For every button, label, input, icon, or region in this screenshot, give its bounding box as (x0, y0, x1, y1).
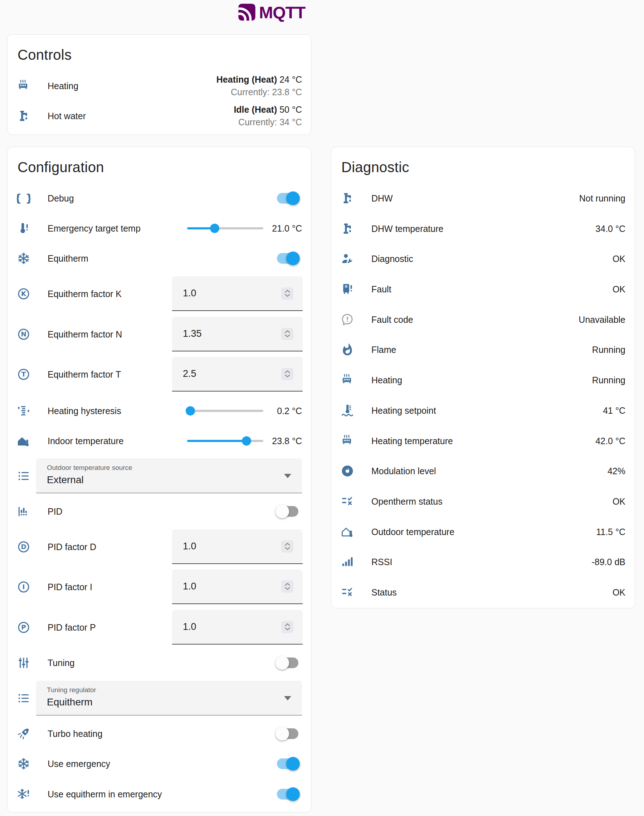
tune-vertical-icon (17, 656, 31, 670)
diag-row-dhw-temperature[interactable]: DHW temperature 34.0 °C (331, 215, 635, 243)
equitherm-factor-n-input[interactable] (183, 317, 272, 351)
equitherm-factor-k-input[interactable] (183, 276, 272, 310)
row-label: Heating temperature (371, 436, 453, 446)
number-stepper[interactable] (281, 580, 293, 593)
diag-row-dhw[interactable]: DHW Not running (331, 184, 635, 213)
row-value: OK (612, 284, 626, 294)
config-row-debug: Debug (8, 184, 311, 213)
config-row-equitherm-factor-t: Equitherm factor T (8, 357, 311, 391)
use-emergency-toggle[interactable] (277, 758, 298, 769)
list-status-icon (340, 586, 354, 599)
row-label: Outdoor temperature (371, 527, 454, 537)
equitherm-factor-n-input-box (172, 317, 303, 351)
row-label: Tuning (48, 658, 75, 668)
control-label: Hot water (48, 111, 86, 121)
pid-toggle[interactable] (277, 506, 298, 517)
config-row-pid-factor-d: PID factor D (8, 529, 311, 564)
row-value: Unavailable (578, 314, 626, 325)
row-label: Equitherm factor T (48, 369, 121, 379)
diag-row-modulation-level[interactable]: Modulation level 42% (331, 457, 635, 485)
configuration-title: Configuration (17, 159, 104, 175)
equitherm-factor-t-input[interactable] (183, 357, 272, 391)
config-row-emergency-target-temp: Emergency target temp 21.0 °C (8, 214, 311, 243)
fire-circle-icon (340, 464, 354, 478)
slider-thumb[interactable] (186, 406, 195, 416)
diag-row-rssi[interactable]: RSSI -89.0 dB (331, 548, 635, 576)
row-value: -89.0 dB (592, 557, 626, 567)
row-label: Flame (371, 345, 396, 355)
signal-icon (340, 555, 354, 569)
mqtt-logo-icon (238, 3, 256, 21)
heating-hysteresis-slider[interactable] (187, 406, 263, 416)
thermometer-alert-icon (17, 222, 31, 235)
row-label: Equitherm factor N (48, 329, 122, 339)
number-stepper[interactable] (281, 368, 293, 380)
debug-toggle[interactable] (277, 193, 298, 204)
diag-row-heating-temperature[interactable]: Heating temperature 42.0 °C (331, 426, 635, 455)
diag-row-heating[interactable]: Heating Running (331, 366, 635, 394)
row-value: OK (612, 496, 626, 507)
state-target-temp: 24 °C (279, 74, 302, 84)
diag-row-opentherm-status[interactable]: Opentherm status OK (331, 487, 635, 516)
equitherm-toggle[interactable] (277, 253, 298, 264)
row-label: PID factor D (48, 541, 96, 552)
home-thermometer-icon (17, 434, 31, 448)
config-row-indoor-temperature: Indoor temperature 23.8 °C (8, 426, 311, 455)
row-value: OK (612, 254, 626, 264)
diag-row-status[interactable]: Status OK (331, 578, 635, 607)
message-alert-icon (340, 313, 354, 327)
sun-snowflake-icon (17, 757, 31, 770)
emergency-target-temp-slider[interactable] (187, 224, 263, 233)
tuning-regulator-select[interactable]: Tuning regulator Equitherm (36, 681, 302, 715)
tuning-toggle[interactable] (277, 658, 298, 668)
row-value: Running (592, 375, 626, 385)
radiator-icon (340, 373, 354, 387)
config-row-equitherm-factor-n: Equitherm factor N (8, 317, 311, 351)
state-name: Heating (Heat) (216, 74, 277, 84)
indoor-temperature-slider[interactable] (187, 436, 263, 446)
number-stepper[interactable] (281, 328, 293, 340)
slider-thumb[interactable] (210, 224, 219, 233)
select-label: Tuning regulator (47, 686, 96, 694)
chart-histogram-icon (17, 505, 31, 518)
rocket-icon (17, 727, 31, 741)
row-label: PID (48, 506, 63, 517)
use-equitherm-in-emergency-toggle[interactable] (277, 789, 298, 799)
config-row-outdoor-temperature-source: Outdoor temperature source External (8, 459, 311, 493)
diag-row-diagnostic[interactable]: Diagnostic OK (331, 244, 635, 273)
diag-row-fault-code[interactable]: Fault code Unavailable (331, 305, 635, 334)
turbo-heating-toggle[interactable] (277, 728, 298, 739)
row-value: 42.0 °C (595, 436, 626, 446)
row-value: Running (592, 345, 626, 355)
control-row-heating[interactable]: Heating Heating (Heat) 24 °C Currently: … (8, 72, 311, 100)
row-label: Use emergency (48, 759, 110, 769)
control-row-hot-water[interactable]: Hot water Idle (Heat) 50 °C Currently: 3… (8, 102, 311, 130)
mqtt-logo: MQTT (238, 2, 305, 22)
diag-row-flame[interactable]: Flame Running (331, 335, 635, 364)
state-current-temp: Currently: 23.8 °C (216, 86, 302, 98)
select-label: Outdoor temperature source (47, 464, 132, 472)
row-label: Status (371, 587, 397, 598)
number-stepper[interactable] (281, 540, 293, 552)
number-stepper[interactable] (281, 287, 293, 299)
diag-row-outdoor-temperature[interactable]: Outdoor temperature 11.5 °C (331, 517, 635, 546)
pid-factor-p-input[interactable] (183, 610, 272, 644)
controls-title: Controls (17, 47, 72, 63)
pid-factor-d-input-box (172, 529, 303, 564)
number-stepper[interactable] (281, 621, 293, 633)
row-label: Fault code (371, 314, 413, 325)
state-name: Idle (Heat) (234, 104, 277, 115)
config-row-equitherm-factor-k: Equitherm factor K (8, 276, 311, 311)
diagnostic-card: Diagnostic DHW Not running DHW temperatu… (331, 147, 635, 609)
climate-state: Idle (Heat) 50 °C Currently: 34 °C (234, 103, 302, 129)
pid-factor-d-input[interactable] (183, 529, 272, 563)
diag-row-heating-setpoint[interactable]: Heating setpoint 41 °C (331, 396, 635, 425)
row-label: Debug (48, 193, 74, 204)
select-value: Equitherm (47, 696, 93, 708)
config-row-use-emergency: Use emergency (8, 749, 311, 778)
outdoor-temperature-source-select[interactable]: Outdoor temperature source External (36, 459, 302, 493)
config-row-turbo-heating: Turbo heating (8, 719, 311, 748)
pid-factor-i-input[interactable] (183, 569, 272, 603)
slider-thumb[interactable] (242, 436, 251, 446)
diag-row-fault[interactable]: Fault OK (331, 275, 635, 304)
